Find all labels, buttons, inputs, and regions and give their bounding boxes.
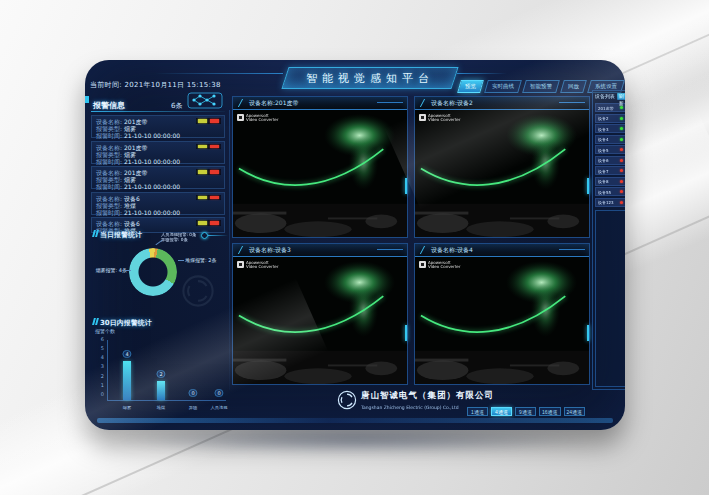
alarm-device-label: 设备名称: — [96, 195, 122, 202]
alarm-time-value: 21-10-10 00:00:00 — [124, 132, 180, 139]
channel-button[interactable]: 16通道 — [539, 407, 561, 416]
alarm-actions — [196, 118, 221, 124]
channel-button[interactable]: 1通道 — [467, 407, 488, 416]
video-frame-image — [415, 257, 589, 384]
alarm-delete-button[interactable] — [210, 196, 219, 200]
alarm-actions — [196, 220, 221, 226]
video-right-accent — [587, 178, 590, 194]
device-list-item[interactable]: 设备3 — [595, 124, 625, 133]
alarm-time-value: 21-10-10 00:00:00 — [124, 158, 180, 165]
video-grid: 设备名称:201皮带 Apowersoft Video Conv — [232, 96, 590, 386]
video-cell[interactable]: 设备名称:设备4 Apowersoft Video Conver — [414, 243, 590, 385]
watermark-text: Apowersoft Video Converter — [246, 261, 278, 269]
watermark: Apowersoft Video Converter — [237, 114, 287, 124]
channel-button-label: 1通道 — [471, 409, 484, 415]
alarm-delete-button[interactable] — [210, 221, 219, 225]
alarm-delete-button[interactable] — [210, 145, 219, 149]
y-axis-label: 报警个数 — [95, 328, 115, 334]
alarm-type-label: 报警类型: — [96, 125, 122, 132]
video-cell[interactable]: 设备名称:设备3 Apowersoft Video Conver — [232, 243, 408, 385]
leader-line — [178, 260, 184, 261]
slash-deco-icon — [420, 99, 430, 107]
device-status-dot — [620, 138, 623, 141]
top-tab[interactable]: 实时曲线 — [484, 80, 522, 93]
alarm-ack-button[interactable] — [198, 221, 207, 225]
channel-button[interactable]: 9通道 — [515, 407, 536, 416]
leader-line — [125, 270, 131, 271]
channel-button[interactable]: 24通道 — [564, 407, 586, 416]
video-device-title: 设备名称:设备2 — [431, 99, 473, 108]
edge-accent — [85, 96, 89, 103]
alarm-card[interactable]: 设备名称:设备6 报警类型:堆煤 报警时间:21-10-10 00:00:00 — [91, 192, 225, 215]
tab-label: 实时曲线 — [492, 83, 514, 90]
alarm-type-label: 报警类型: — [96, 176, 122, 183]
alarm-card[interactable]: 设备名称:201皮带 报警类型:烟雾 报警时间:21-10-10 00:00:0… — [91, 115, 225, 138]
video-device-title: 设备名称:设备4 — [431, 246, 473, 255]
alarm-ack-button[interactable] — [198, 145, 207, 149]
leader-line — [155, 240, 162, 245]
video-feed: Apowersoft Video Converter — [415, 257, 589, 384]
page-title: 智能视觉感知平台 — [286, 68, 454, 88]
top-tab[interactable]: 预览 — [457, 80, 484, 93]
watermark: Apowersoft Video Converter — [237, 261, 287, 271]
channel-button-label: 9通道 — [519, 409, 532, 415]
tab-label: 智能预警 — [530, 83, 552, 90]
alarm-delete-button[interactable] — [210, 170, 219, 174]
alarm-card[interactable]: 设备名称:201皮带 报警类型:烟雾 报警时间:21-10-10 00:00:0… — [91, 141, 225, 164]
video-cell-header: 设备名称:设备2 — [415, 97, 589, 110]
device-list-item[interactable]: 设备8 — [595, 177, 625, 186]
device-list-item[interactable]: 设备7 — [595, 166, 625, 175]
y-axis-ticks: 6 5 4 3 2 1 0 — [93, 337, 104, 397]
device-list-title: 设备列表 — [595, 93, 615, 99]
device-name: 201皮带 — [598, 105, 614, 110]
device-list-item[interactable]: 设备55 — [595, 187, 625, 196]
top-tab[interactable]: 智能预警 — [522, 80, 560, 93]
alarm-ack-button[interactable] — [198, 170, 207, 174]
circuit-line — [208, 235, 228, 236]
channel-button-label: 16通道 — [542, 409, 558, 415]
tab-label: 预览 — [465, 83, 476, 90]
alarm-delete-button[interactable] — [210, 119, 219, 123]
device-list-empty-area — [595, 210, 625, 387]
alarm-device-value: 201皮带 — [124, 144, 147, 151]
alarm-actions — [196, 195, 221, 201]
video-cell[interactable]: 设备名称:设备2 Apowersoft Video Conver — [414, 96, 590, 238]
page-title-banner: 智能视觉感知平台 — [281, 67, 458, 89]
slash-deco-icon — [238, 99, 248, 107]
donut-label-coal: 堆煤报警: 2条 — [185, 257, 216, 263]
device-list-item[interactable]: 设备2 — [595, 114, 625, 123]
device-status-dot — [620, 159, 623, 162]
ghost-logo-watermark — [181, 274, 215, 308]
top-tab[interactable]: 回放 — [560, 80, 587, 93]
alarm-card[interactable]: 设备名称:201皮带 报警类型:烟雾 报警时间:21-10-10 00:00:0… — [91, 166, 225, 189]
circuit-node — [201, 232, 208, 239]
alarm-list: 设备名称:201皮带 报警类型:烟雾 报警时间:21-10-10 00:00:0… — [91, 115, 225, 236]
watermark-text: Apowersoft Video Converter — [428, 114, 460, 122]
network-topology-icon — [187, 92, 223, 109]
device-name: 设备5 — [598, 147, 609, 152]
alarm-type-value: 烟雾 — [124, 151, 136, 158]
device-status-dot — [620, 180, 623, 183]
device-name: 设备123 — [598, 200, 614, 205]
watermark: Apowersoft Video Converter — [419, 261, 469, 271]
device-list-item[interactable]: 设备123 — [595, 198, 625, 207]
device-name: 设备8 — [598, 179, 609, 184]
device-list-refresh-button[interactable]: 刷新 — [617, 93, 625, 100]
device-status-dot — [620, 148, 623, 151]
device-list-item[interactable]: 设备5 — [595, 145, 625, 154]
video-feed: Apowersoft Video Converter — [415, 110, 589, 237]
alarm-time-label: 报警时间: — [96, 183, 122, 190]
tab-label: 回放 — [568, 83, 579, 90]
video-cell[interactable]: 设备名称:201皮带 Apowersoft Video Conv — [232, 96, 408, 238]
alarm-ack-button[interactable] — [198, 196, 207, 200]
channel-button[interactable]: 4通道 — [491, 407, 512, 416]
device-list-item[interactable]: 设备6 — [595, 156, 625, 165]
device-list-item[interactable]: 设备4 — [595, 135, 625, 144]
alarm-device-label: 设备名称: — [96, 220, 122, 227]
device-status-dot — [620, 201, 623, 204]
video-feed: Apowersoft Video Converter — [233, 257, 407, 384]
dashboard-panel: 当前时间: 2021年10月11日 15:15:38 智能视觉感知平台 预览 实… — [85, 60, 625, 430]
alarm-ack-button[interactable] — [198, 119, 207, 123]
donut-ring — [129, 248, 177, 296]
device-list-panel: 设备列表 刷新 201皮带 设备2 设备3 设备4 设备5 设备6 设备7 设备… — [592, 90, 625, 390]
